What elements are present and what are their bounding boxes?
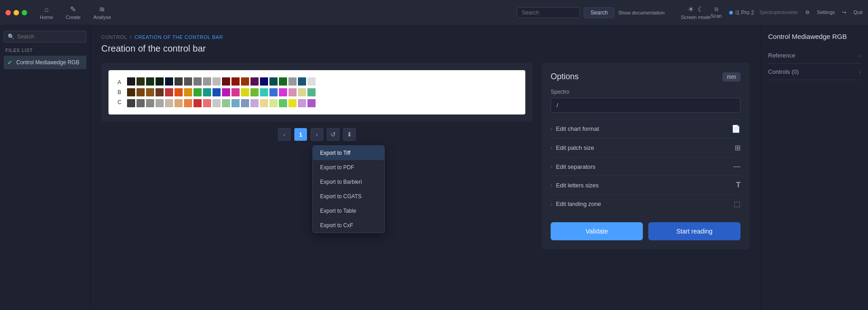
rotate-icon: ↺: [330, 131, 336, 138]
right-panel: Control Mediawedge RGB Reference › Contr…: [760, 25, 868, 310]
reference-label: Reference: [768, 52, 795, 59]
edit-separators-row[interactable]: › Edit separators —: [551, 157, 741, 176]
moon-icon: ☾: [698, 5, 704, 14]
download-button[interactable]: ⬇: [343, 128, 356, 141]
chevron-right-icon: ›: [316, 131, 318, 138]
content-area: CONTROL / CREATION OF THE CONTROL BAR Cr…: [90, 25, 760, 310]
prev-page-button[interactable]: ‹: [278, 128, 291, 141]
scan-icon: ⊟: [714, 6, 718, 12]
color-patch: [279, 88, 287, 96]
download-icon: ⬇: [347, 131, 352, 138]
main-layout: 🔍 FILES LIST ✔ Control Mediawedge RGB CO…: [0, 25, 868, 310]
color-patch: [298, 88, 306, 96]
rotate-button[interactable]: ↺: [327, 128, 340, 141]
color-patch: [307, 99, 316, 107]
chevron-right-icon: ›: [551, 182, 552, 188]
nav-create[interactable]: ✎ Create: [60, 3, 86, 22]
nav-analyse[interactable]: ≋ Analyse: [88, 3, 116, 22]
titlebar: ⌂ Home ✎ Create ≋ Analyse Search Show do…: [0, 0, 868, 25]
edit-landing-zone-row[interactable]: › Edit landing zone ⬚: [551, 194, 741, 213]
color-patch: [222, 88, 230, 96]
screen-mode-icons: ☀ ☾: [688, 5, 704, 14]
edit-patch-size-row[interactable]: › Edit patch size ⊞: [551, 138, 741, 157]
export-cgats-item[interactable]: Export to CGATS: [313, 189, 384, 204]
reference-row[interactable]: Reference ›: [768, 48, 861, 64]
sidebar-item-control-mediawedge-rgb[interactable]: ✔ Control Mediawedge RGB: [4, 56, 86, 69]
scan-label: Scan: [711, 13, 722, 19]
scan-button[interactable]: ⊟ Scan: [711, 6, 722, 19]
settings-icon: ⚙: [805, 10, 810, 15]
screen-mode-label: Screen mode: [681, 14, 710, 20]
controls-row[interactable]: Controls (0) ›: [768, 64, 861, 80]
options-header: Options mm: [551, 72, 741, 81]
edit-letters-sizes-row[interactable]: › Edit letters sizes T: [551, 176, 741, 194]
action-buttons: Validate Start reading: [551, 222, 741, 240]
color-patch: [231, 77, 240, 86]
export-table-item[interactable]: Export to Table: [313, 204, 384, 218]
right-panel-title: Control Mediawedge RGB: [768, 33, 861, 40]
row-label-a: A: [118, 79, 122, 86]
color-rows: [127, 77, 316, 107]
maximize-button[interactable]: [22, 10, 27, 15]
nav-home[interactable]: ⌂ Home: [34, 4, 58, 22]
search-button[interactable]: Search: [584, 7, 614, 18]
color-patch: [137, 77, 145, 86]
quit-label[interactable]: Quit: [854, 10, 863, 15]
color-patch: [137, 88, 145, 96]
mm-badge[interactable]: mm: [722, 72, 741, 81]
separators-icon: —: [733, 162, 741, 171]
next-page-button[interactable]: ›: [311, 128, 323, 141]
spectrophotometer-info: i1 Pro 2 Spectrophotometer: [729, 10, 798, 16]
nav-home-label: Home: [40, 14, 53, 20]
minimize-button[interactable]: [14, 10, 19, 15]
color-patch: [212, 99, 221, 107]
color-patch: [260, 99, 268, 107]
color-patch: [175, 88, 183, 96]
settings-label[interactable]: Settings: [817, 10, 835, 15]
edit-patch-size-left: › Edit patch size: [551, 144, 594, 151]
color-patch: [175, 99, 183, 107]
screen-mode: ☀ ☾ Screen mode: [681, 5, 710, 20]
export-cxf-item[interactable]: Export to CxF: [313, 218, 384, 233]
spectro-name: i1 Pro 2: [736, 10, 754, 16]
export-barbieri-item[interactable]: Export to Barbieri: [313, 175, 384, 189]
chart-navigation: ‹ 1 › ↺ ⬇ Export to Tiff Expor: [101, 128, 533, 141]
color-patch: [165, 88, 173, 96]
color-patch: [260, 88, 268, 96]
start-reading-button[interactable]: Start reading: [648, 222, 741, 240]
row-label-c: C: [118, 99, 122, 105]
chart-container: A B C: [101, 63, 533, 122]
validate-button[interactable]: Validate: [551, 222, 643, 240]
export-pdf-item[interactable]: Export to PDF: [313, 160, 384, 175]
color-patch: [231, 99, 240, 107]
color-patch: [203, 99, 211, 107]
color-patch: [241, 88, 249, 96]
chevron-right-icon: ›: [551, 201, 552, 207]
color-patch: [231, 88, 240, 96]
color-patch: [250, 88, 259, 96]
close-button[interactable]: [5, 10, 11, 15]
color-patch: [269, 88, 278, 96]
color-patch: [222, 99, 230, 107]
files-list-label: FILES LIST: [4, 48, 86, 53]
color-patch: [156, 77, 164, 86]
color-patch: [212, 88, 221, 96]
search-input[interactable]: [517, 7, 580, 18]
search-icon: 🔍: [8, 33, 14, 40]
edit-separators-left: › Edit separators: [551, 163, 595, 170]
reference-chevron-icon: ›: [859, 53, 861, 58]
edit-patch-size-label: Edit patch size: [556, 144, 594, 151]
patch-size-icon: ⊞: [735, 143, 741, 152]
sidebar-search-input[interactable]: [17, 33, 82, 40]
export-tiff-item[interactable]: Export to Tiff: [313, 146, 384, 160]
edit-chart-format-row[interactable]: › Edit chart format 📄: [551, 119, 741, 138]
show-documentation-link[interactable]: Show documentation: [618, 10, 665, 15]
spectro-path-input[interactable]: [551, 98, 741, 113]
color-patch: [184, 99, 192, 107]
color-patch: [193, 77, 202, 86]
color-patch: [269, 77, 278, 86]
color-patch: [241, 99, 249, 107]
row-label-b: B: [118, 89, 122, 95]
letters-sizes-icon: T: [736, 181, 741, 189]
edit-chart-format-label: Edit chart format: [556, 125, 599, 132]
